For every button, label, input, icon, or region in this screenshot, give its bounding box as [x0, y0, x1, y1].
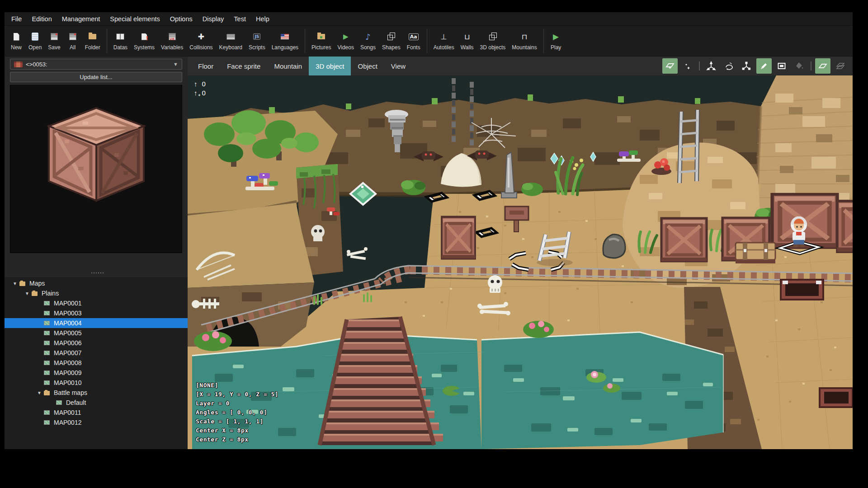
tab-view[interactable]: View — [384, 56, 412, 75]
tree-item-map0006[interactable]: MAP0006 — [5, 338, 188, 348]
toolbar-variables[interactable]: Variables — [158, 29, 186, 52]
tree-item-map0005[interactable]: MAP0005 — [5, 328, 188, 338]
tree-item-default[interactable]: Default — [5, 398, 188, 408]
boulder — [603, 235, 625, 258]
map-icon — [43, 419, 52, 426]
toolbar-keyboard[interactable]: Keyboard — [216, 29, 245, 52]
toolbar-songs[interactable]: Songs — [357, 29, 379, 52]
scale-axes-tool[interactable] — [739, 58, 754, 74]
collisions-cross-icon — [195, 31, 207, 42]
toolbar-open[interactable]: Open — [25, 29, 45, 52]
toolbar-mountains[interactable]: Mountains — [509, 29, 540, 52]
fonts-aa-icon — [408, 31, 420, 42]
expand-arrow-icon[interactable]: ▼ — [23, 291, 31, 296]
tree-item-map0001[interactable]: MAP0001 — [5, 298, 188, 308]
layer-plane-tool[interactable] — [815, 58, 830, 74]
update-list-button[interactable]: Update list... — [10, 72, 182, 82]
arrow-up-icon: ↑ — [194, 80, 198, 88]
cursor-info-line: Angles = [ 0, 0, 0] — [196, 408, 278, 417]
rectangle-tool[interactable] — [774, 58, 789, 74]
pink-flower-bush — [523, 321, 554, 338]
tree-item-map0007[interactable]: MAP0007 — [5, 348, 188, 358]
folder-icon — [43, 389, 52, 396]
crate — [661, 218, 707, 261]
tab-3d-object[interactable]: 3D object — [309, 56, 351, 75]
menu-special-elements[interactable]: Special elements — [105, 12, 165, 25]
tree-item-map0011[interactable]: MAP0011 — [5, 408, 188, 418]
toolbar-play[interactable]: Play — [547, 29, 565, 52]
wooden-trough — [781, 280, 823, 300]
layers-stack-tool[interactable] — [833, 58, 848, 74]
tools-separator — [699, 61, 700, 70]
object-selector-dropdown[interactable]: <>0053: ▼ — [10, 59, 182, 70]
toolbar-scripts[interactable]: Scripts — [245, 29, 269, 52]
cursor-info-line: Scale = [ 1, 1, 1] — [196, 417, 278, 426]
songs-note-icon — [362, 31, 374, 42]
toolbar-fonts[interactable]: Fonts — [404, 29, 424, 52]
toolbar-systems[interactable]: Systems — [131, 29, 158, 52]
map-icon — [43, 330, 52, 336]
move-axes-tool[interactable] — [703, 58, 719, 74]
toolbar-collisions[interactable]: Collisions — [186, 29, 216, 52]
tree-item-map0012[interactable]: MAP0012 — [5, 418, 188, 427]
paint-bucket-tool[interactable] — [792, 58, 807, 74]
map-icon — [43, 350, 52, 356]
map-editor-area: Floor Face sprite Mountain 3D object — [188, 56, 853, 449]
toolbar-save[interactable]: Save — [45, 29, 63, 52]
toolbar-datas[interactable]: Datas — [110, 29, 131, 52]
toolbar-videos[interactable]: Videos — [334, 29, 357, 52]
translate-plane-tool[interactable] — [662, 58, 678, 74]
tree-item-map0010[interactable]: MAP0010 — [5, 378, 188, 388]
map-tree: ▼ Maps ▼ Plains MAP0001 — [5, 277, 188, 449]
tab-face-sprite[interactable]: Face sprite — [220, 56, 267, 75]
tree-item-maps[interactable]: ▼ Maps — [5, 278, 188, 288]
editor-tab-bar: Floor Face sprite Mountain 3D object — [188, 56, 853, 75]
menu-edition[interactable]: Edition — [27, 12, 57, 25]
toolbar-autotiles[interactable]: Autotiles — [430, 29, 458, 52]
menu-file[interactable]: File — [6, 12, 27, 25]
menu-display[interactable]: Display — [198, 12, 229, 25]
height-value: 0 — [202, 80, 206, 88]
map-icon — [43, 300, 52, 306]
menu-options[interactable]: Options — [165, 12, 198, 25]
toolbar-languages[interactable]: Languages — [269, 29, 302, 52]
map-icon — [43, 320, 52, 326]
rotate-axes-tool[interactable] — [721, 58, 736, 74]
map-icon — [43, 409, 52, 416]
tab-floor[interactable]: Floor — [191, 56, 220, 75]
tree-item-plains[interactable]: ▼ Plains — [5, 288, 188, 298]
toolbar-pictures[interactable]: Pictures — [308, 29, 334, 52]
tab-mountain[interactable]: Mountain — [267, 56, 309, 75]
autotiles-icon — [438, 31, 450, 42]
menu-management[interactable]: Management — [57, 12, 105, 25]
pencil-tool[interactable] — [756, 58, 772, 74]
tree-item-map0008[interactable]: MAP0008 — [5, 358, 188, 368]
systems-page-icon — [138, 31, 150, 42]
pin-point-tool[interactable] — [680, 58, 695, 74]
arrow-up-plus-icon: ↑+ — [194, 89, 198, 97]
map-viewport[interactable]: ↑ 0 ↑+ 0 [NONE] [X = 19, Y = 0, Z = 5] L… — [188, 75, 853, 449]
expand-arrow-icon[interactable]: ▼ — [11, 281, 19, 286]
tree-item-map0009[interactable]: MAP0009 — [5, 368, 188, 378]
toolbar-folder[interactable]: Folder — [82, 29, 104, 52]
panel-splitter-handle[interactable] — [5, 270, 188, 276]
tab-object[interactable]: Object — [351, 56, 384, 75]
height-indicators: ↑ 0 ↑+ 0 — [194, 79, 206, 97]
tree-item-map0003[interactable]: MAP0003 — [5, 308, 188, 318]
expand-arrow-icon[interactable]: ▼ — [35, 390, 43, 395]
videos-play-icon — [340, 31, 352, 42]
menu-test[interactable]: Test — [229, 12, 251, 25]
map-icon — [56, 399, 65, 406]
toolbar-all[interactable]: All — [64, 29, 82, 52]
toolbar-separator — [427, 29, 427, 53]
menu-help[interactable]: Help — [251, 12, 274, 25]
map-tools — [662, 56, 853, 75]
tree-item-battle-maps[interactable]: ▼ Battle maps — [5, 388, 188, 398]
toolbar-shapes[interactable]: Shapes — [379, 29, 404, 52]
toolbar-new[interactable]: New — [7, 29, 25, 52]
toolbar-walls[interactable]: Walls — [458, 29, 477, 52]
play-icon — [550, 31, 562, 42]
tree-item-map0004[interactable]: MAP0004 — [5, 318, 188, 328]
cursor-info-line: Center X = 8px — [196, 426, 278, 435]
toolbar-3d-objects[interactable]: 3D objects — [477, 29, 509, 52]
